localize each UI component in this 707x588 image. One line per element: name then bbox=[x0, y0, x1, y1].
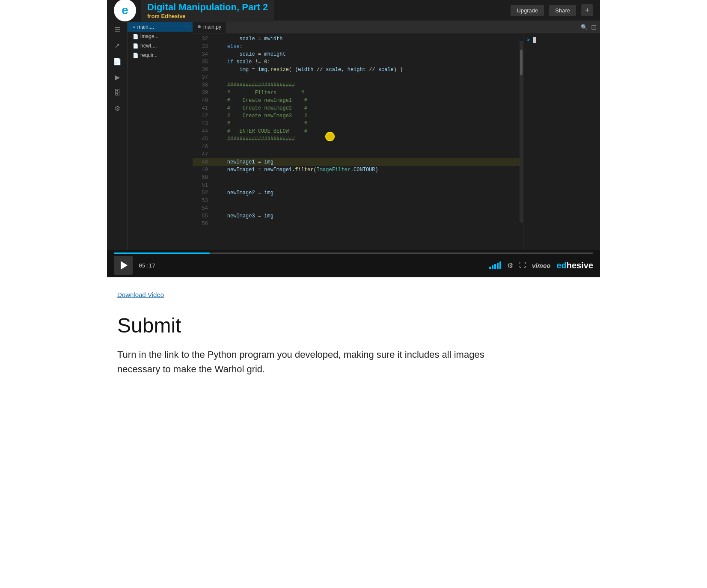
volume-bar-1 bbox=[489, 267, 491, 269]
editor-left-panel: ☰ ↗ 📄 ▶ 🗄 ⚙ ● main.... ⋯ 📄 image... bbox=[107, 21, 193, 250]
database-icon[interactable]: 🗄 bbox=[114, 89, 121, 97]
search-icon[interactable]: 🔍 bbox=[581, 24, 588, 30]
code-line: 38 ###################### bbox=[193, 81, 523, 89]
file-options-icon[interactable]: ⋯ bbox=[184, 24, 189, 30]
code-line: 42 # Create newImage3 # bbox=[193, 112, 523, 120]
edhesive-watermark: edhesive bbox=[556, 261, 593, 270]
code-editor-area: ☰ ↗ 📄 ▶ 🗄 ⚙ ● main.... ⋯ 📄 image... bbox=[107, 21, 600, 250]
settings-icon[interactable]: ⚙ bbox=[114, 104, 120, 113]
file-item-image[interactable]: 📄 image... bbox=[128, 32, 193, 41]
play-sidebar-icon[interactable]: ▶ bbox=[115, 73, 120, 81]
video-branding: e Digital Manipulation, Part 2 from Edhe… bbox=[114, 0, 274, 22]
file-doc-icon2: 📄 bbox=[133, 43, 139, 49]
code-line: 37 bbox=[193, 74, 523, 81]
controls-left: 05:17 bbox=[114, 256, 155, 275]
volume-bar-5 bbox=[499, 261, 501, 269]
progress-fill bbox=[114, 252, 210, 254]
play-button[interactable] bbox=[114, 256, 133, 275]
code-line: 54 bbox=[193, 205, 523, 212]
files-icon[interactable]: 📄 bbox=[113, 57, 122, 65]
play-icon bbox=[121, 261, 128, 270]
scrollbar-thumb[interactable] bbox=[520, 50, 523, 75]
code-editor-main: main.py 32 scale = mwidth 33 else: 34 bbox=[193, 21, 523, 250]
scrollbar-track[interactable] bbox=[520, 41, 523, 223]
controls-right: ⚙ ⛶ vimeo edhesive bbox=[489, 261, 593, 270]
file-item-newi[interactable]: 📄 newI.... bbox=[128, 41, 193, 50]
code-line: 41 # Create newImage2 # bbox=[193, 104, 523, 112]
video-container: e Digital Manipulation, Part 2 from Edhe… bbox=[107, 0, 600, 277]
activity-bar: ☰ ↗ 📄 ▶ 🗄 ⚙ bbox=[107, 21, 128, 250]
terminal-prompt: > bbox=[527, 37, 530, 43]
file-item-main[interactable]: ● main.... ⋯ bbox=[128, 22, 193, 32]
file-item-requir[interactable]: 📄 requir... bbox=[128, 50, 193, 60]
code-line: 35 if scale != 0: bbox=[193, 58, 523, 66]
share-sidebar-icon[interactable]: ↗ bbox=[114, 42, 120, 50]
code-line: 49 newImage1 = newImage1.filter(ImageFil… bbox=[193, 166, 523, 174]
code-line: 44 # ENTER CODE BELOW # bbox=[193, 128, 523, 135]
code-line: 50 bbox=[193, 174, 523, 181]
code-line: 32 scale = mwidth bbox=[193, 35, 523, 43]
download-video-link[interactable]: Download Video bbox=[117, 291, 164, 298]
file-doc-icon3: 📄 bbox=[133, 53, 139, 58]
terminal-options-icon[interactable]: ⊡ bbox=[591, 23, 597, 31]
code-line: 40 # Create newImage1 # bbox=[193, 97, 523, 104]
menu-icon[interactable]: ☰ bbox=[114, 26, 120, 34]
add-button[interactable]: + bbox=[581, 4, 593, 16]
tab-dot bbox=[198, 25, 201, 28]
terminal-cursor bbox=[533, 37, 536, 43]
code-line: 46 bbox=[193, 143, 523, 151]
terminal-panel: 🔍 ⊡ > bbox=[523, 21, 600, 250]
code-line: 39 # Filters # bbox=[193, 89, 523, 97]
video-top-actions: Upgrade Share + bbox=[511, 4, 593, 16]
terminal-topbar: 🔍 ⊡ bbox=[523, 21, 600, 33]
volume-bar-3 bbox=[494, 264, 496, 269]
editor-tab-main[interactable]: main.py bbox=[193, 21, 227, 33]
share-button[interactable]: Share bbox=[549, 5, 576, 16]
submit-description: Turn in the link to the Python program y… bbox=[117, 347, 502, 377]
video-source: Edhesive bbox=[161, 13, 186, 19]
settings-icon[interactable]: ⚙ bbox=[507, 261, 513, 270]
code-line: 33 else: bbox=[193, 43, 523, 50]
video-frame: e Digital Manipulation, Part 2 from Edhe… bbox=[107, 0, 600, 277]
code-line: 47 bbox=[193, 151, 523, 158]
upgrade-button[interactable]: Upgrade bbox=[511, 5, 544, 16]
file-doc-icon: 📄 bbox=[133, 34, 139, 39]
progress-bar[interactable] bbox=[114, 252, 593, 254]
code-line: 53 bbox=[193, 197, 523, 205]
code-line: 56 bbox=[193, 220, 523, 228]
code-line-highlighted: 48 newImage1 = img bbox=[193, 158, 523, 166]
code-line: 51 bbox=[193, 181, 523, 189]
edhesive-logo-icon: e bbox=[114, 0, 136, 21]
editor-tab-bar: main.py bbox=[193, 21, 523, 33]
page-content: Download Video Submit Turn in the link t… bbox=[107, 277, 600, 397]
video-from: from Edhesive bbox=[147, 13, 268, 19]
volume-icon[interactable] bbox=[489, 261, 501, 269]
code-line: 55 newImage3 = img bbox=[193, 212, 523, 220]
code-line: 45 ###################### bbox=[193, 135, 523, 143]
video-top-bar: e Digital Manipulation, Part 2 from Edhe… bbox=[107, 0, 600, 21]
code-line: 52 newImage2 = img bbox=[193, 189, 523, 197]
cursor-indicator bbox=[325, 132, 335, 141]
file-icon: ● bbox=[133, 24, 136, 30]
volume-bar-4 bbox=[497, 263, 499, 269]
vimeo-logo-text: vimeo bbox=[532, 262, 550, 269]
video-controls: 05:17 ⚙ ⛶ vimeo edhesive bbox=[107, 250, 600, 277]
file-tree: ● main.... ⋯ 📄 image... 📄 newI.... 📄 bbox=[128, 21, 193, 250]
controls-row: 05:17 ⚙ ⛶ vimeo edhesive bbox=[114, 256, 593, 275]
code-line: 43 # # bbox=[193, 120, 523, 128]
video-title: Digital Manipulation, Part 2 bbox=[147, 2, 268, 13]
code-body: 32 scale = mwidth 33 else: 34 scale = mh… bbox=[193, 33, 523, 229]
code-line: 36 img = img.resize( (width // scale, he… bbox=[193, 66, 523, 74]
submit-heading: Submit bbox=[117, 314, 590, 337]
code-line: 34 scale = mheight bbox=[193, 50, 523, 58]
fullscreen-icon[interactable]: ⛶ bbox=[519, 261, 526, 269]
volume-bar-2 bbox=[492, 265, 493, 269]
terminal-area: > bbox=[523, 33, 600, 250]
video-title-block: Digital Manipulation, Part 2 from Edhesi… bbox=[141, 0, 274, 22]
time-display: 05:17 bbox=[139, 262, 155, 269]
